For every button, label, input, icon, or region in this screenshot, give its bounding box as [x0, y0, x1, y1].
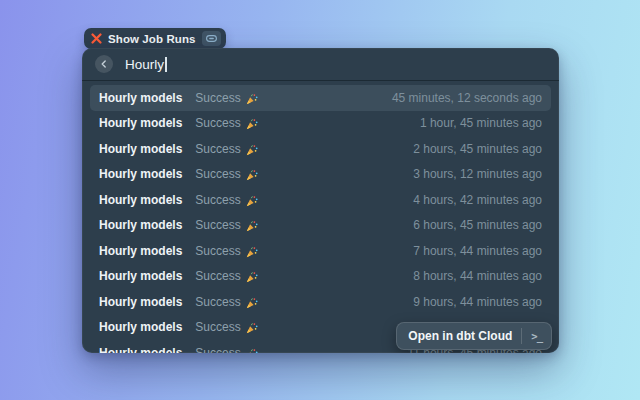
job-name: Hourly models [99, 320, 182, 334]
party-popper-icon [246, 271, 258, 283]
status-badge: Success [195, 295, 240, 309]
run-timestamp: 4 hours, 42 minutes ago [413, 193, 542, 207]
command-pill[interactable]: Show Job Runs [84, 28, 226, 49]
run-timestamp: 9 hours, 44 minutes ago [413, 295, 542, 309]
party-popper-icon [246, 169, 258, 181]
status-badge: Success [195, 142, 240, 156]
chevron-left-icon [100, 60, 108, 68]
job-name: Hourly models [99, 218, 182, 232]
party-popper-icon [246, 297, 258, 309]
list-item[interactable]: Hourly modelsSuccess9 hours, 44 minutes … [90, 289, 551, 315]
job-name: Hourly models [99, 167, 182, 181]
status-badge: Success [195, 244, 240, 258]
tooltip-divider [521, 328, 522, 344]
tooltip-action-label: Open in dbt Cloud [408, 329, 512, 343]
run-timestamp: 8 hours, 44 minutes ago [413, 269, 542, 283]
command-title: Show Job Runs [108, 33, 196, 45]
job-name: Hourly models [99, 116, 182, 130]
list-item[interactable]: Hourly modelsSuccess8 hours, 44 minutes … [90, 264, 551, 290]
list-item[interactable]: Hourly modelsSuccess45 minutes, 12 secon… [90, 85, 551, 111]
search-bar: Hourly [82, 48, 559, 80]
open-in-dbt-cloud-tooltip: Open in dbt Cloud >_ [396, 322, 552, 350]
status-badge: Success [195, 320, 240, 334]
run-timestamp: 6 hours, 45 minutes ago [413, 218, 542, 232]
job-name: Hourly models [99, 269, 182, 283]
command-badge[interactable] [202, 31, 221, 46]
run-timestamp: 7 hours, 44 minutes ago [413, 244, 542, 258]
list-item[interactable]: Hourly modelsSuccess1 hour, 45 minutes a… [90, 111, 551, 137]
launcher-window: Hourly Hourly modelsSuccess45 minutes, 1… [82, 48, 559, 353]
run-timestamp: 2 hours, 45 minutes ago [413, 142, 542, 156]
job-name: Hourly models [99, 193, 182, 207]
job-name: Hourly models [99, 295, 182, 309]
party-popper-icon [246, 322, 258, 334]
run-timestamp: 45 minutes, 12 seconds ago [392, 91, 542, 105]
party-popper-icon [246, 220, 258, 232]
terminal-key-icon: >_ [531, 330, 542, 342]
party-popper-icon [246, 144, 258, 156]
status-badge: Success [195, 91, 240, 105]
search-query-text: Hourly [125, 57, 164, 72]
job-name: Hourly models [99, 91, 182, 105]
party-popper-icon [246, 195, 258, 207]
party-popper-icon [246, 246, 258, 258]
list-item[interactable]: Hourly modelsSuccess3 hours, 12 minutes … [90, 162, 551, 188]
status-badge: Success [195, 218, 240, 232]
search-input[interactable]: Hourly [125, 57, 167, 72]
status-badge: Success [195, 193, 240, 207]
party-popper-icon [246, 348, 258, 353]
job-name: Hourly models [99, 142, 182, 156]
status-badge: Success [195, 167, 240, 181]
desktop-background: Show Job Runs Hourly [0, 0, 640, 400]
list-item[interactable]: Hourly modelsSuccess6 hours, 45 minutes … [90, 213, 551, 239]
run-timestamp: 1 hour, 45 minutes ago [420, 116, 542, 130]
run-timestamp: 3 hours, 12 minutes ago [413, 167, 542, 181]
list-item[interactable]: Hourly modelsSuccess7 hours, 44 minutes … [90, 238, 551, 264]
status-badge: Success [195, 116, 240, 130]
status-badge: Success [195, 269, 240, 283]
list-item[interactable]: Hourly modelsSuccess2 hours, 45 minutes … [90, 136, 551, 162]
job-name: Hourly models [99, 244, 182, 258]
job-name: Hourly models [99, 346, 182, 353]
dbt-logo-icon [91, 33, 102, 44]
status-badge: Success [195, 346, 240, 353]
list-item[interactable]: Hourly modelsSuccess4 hours, 42 minutes … [90, 187, 551, 213]
party-popper-icon [246, 118, 258, 130]
party-popper-icon [246, 93, 258, 105]
drive-badge-icon [206, 34, 217, 43]
back-button[interactable] [95, 55, 113, 73]
job-runs-list: Hourly modelsSuccess45 minutes, 12 secon… [82, 81, 559, 353]
text-cursor [165, 57, 167, 72]
